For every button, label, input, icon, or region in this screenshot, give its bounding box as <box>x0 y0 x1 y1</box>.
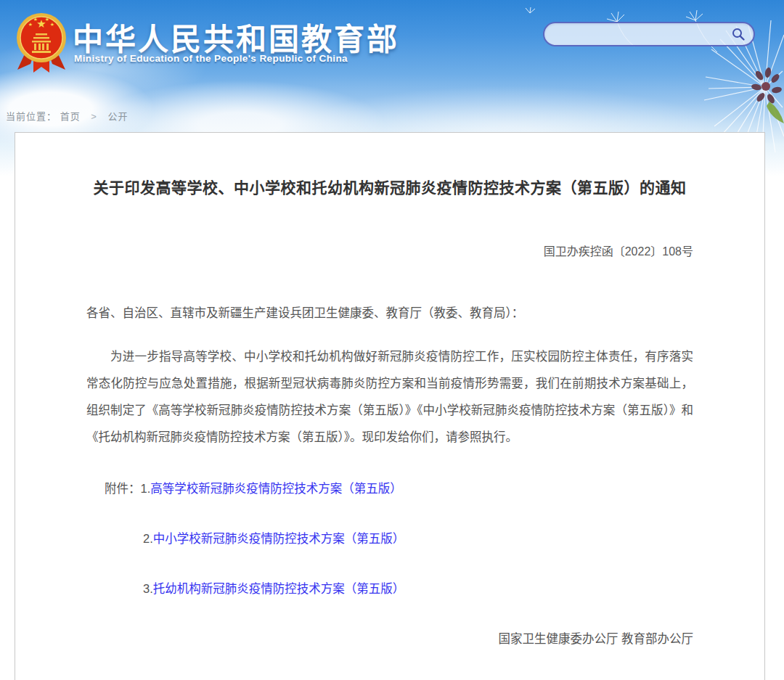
attachments-label: 附件： <box>105 482 141 495</box>
svg-text:★: ★ <box>45 17 49 22</box>
document-title: 关于印发高等学校、中小学校和托幼机构新冠肺炎疫情防控技术方案（第五版）的通知 <box>86 176 693 200</box>
document-date: 2022年4月7日 <box>86 678 693 680</box>
site-subtitle: Ministry of Education of the People's Re… <box>74 53 348 64</box>
search-input[interactable] <box>555 23 729 45</box>
search-icon <box>731 27 746 41</box>
attachment-number: 3. <box>143 582 153 595</box>
breadcrumb-separator: > <box>91 111 97 122</box>
site-title: 中华人民共和国教育部 <box>73 15 399 59</box>
attachment-link-3[interactable]: 托幼机构新冠肺炎疫情防控技术方案（第五版） <box>153 582 405 595</box>
search-box <box>543 22 755 46</box>
attachment-number: 1. <box>141 482 151 495</box>
search-button[interactable] <box>729 25 748 44</box>
addressee-line: 各省、自治区、直辖市及新疆生产建设兵团卫生健康委、教育厅（教委、教育局）： <box>86 303 693 321</box>
attachment-row-3: 3.托幼机构新冠肺炎疫情防控技术方案（第五版） <box>86 579 693 597</box>
issuing-offices-signature: 国家卫生健康委办公厅 教育部办公厅 <box>86 629 693 647</box>
svg-text:★: ★ <box>28 22 33 27</box>
document-panel: 关于印发高等学校、中小学校和托幼机构新冠肺炎疫情防控技术方案（第五版）的通知 国… <box>15 132 765 680</box>
attachment-row-1: 附件：1.高等学校新冠肺炎疫情防控技术方案（第五版） <box>86 479 693 496</box>
national-emblem-logo: ★ ★ ★ ★ ★ <box>12 7 71 77</box>
document-body-paragraph: 为进一步指导高等学校、中小学校和托幼机构做好新冠肺炎疫情防控工作，压实校园防控主… <box>86 343 693 451</box>
document-number: 国卫办疾控函〔2022〕108号 <box>86 242 693 259</box>
svg-text:★: ★ <box>50 22 54 27</box>
svg-text:★: ★ <box>33 17 38 22</box>
attachment-number: 2. <box>143 532 153 545</box>
breadcrumb-item-gongkai[interactable]: 公开 <box>108 111 128 122</box>
attachment-link-2[interactable]: 中小学校新冠肺炎疫情防控技术方案（第五版） <box>153 532 405 545</box>
attachment-link-1[interactable]: 高等学校新冠肺炎疫情防控技术方案（第五版） <box>150 482 402 495</box>
breadcrumb: 当前位置： 首页 > 公开 <box>6 109 128 123</box>
attachments-list: 附件：1.高等学校新冠肺炎疫情防控技术方案（第五版） 2.中小学校新冠肺炎疫情防… <box>86 479 693 597</box>
attachment-row-2: 2.中小学校新冠肺炎疫情防控技术方案（第五版） <box>86 529 693 546</box>
breadcrumb-item-home[interactable]: 首页 <box>60 111 81 122</box>
breadcrumb-label: 当前位置： <box>6 111 57 122</box>
